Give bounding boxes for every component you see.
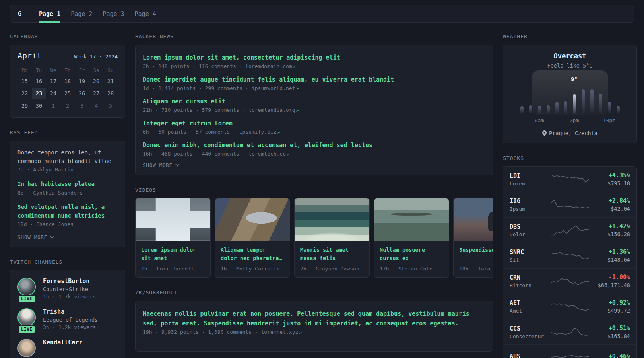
rss-item-title[interactable]: Donec tempor eros leo, ut commodo mauris… [17,148,118,165]
video-title: Lorem ipsum dolor sit amet consectetu… [141,246,205,263]
peak-temp-label: 9° [571,76,578,82]
weekday-label: Th [60,66,75,75]
stock-ticker: AET [510,300,551,307]
left-column: CALENDAR April Week 17 · 2024 Mo Tu We T… [10,23,125,358]
twitch-channel-row[interactable]: KendallCarr [17,339,118,357]
video-meta: 18h · Tara [459,266,493,272]
calendar-day: 24 [46,88,60,99]
hn-story: Donec enim nibh, condimentum et accumsan… [143,140,485,157]
video-meta: 7h · Grayson Dawson [300,266,364,272]
hn-story-title[interactable]: Integer eget rutrum lorem [143,119,485,128]
rss-item-meta: 8d · Cynthia Saunders [17,190,118,196]
hn-story: Donec imperdiet augue tincidunt felis al… [143,75,485,91]
video-card[interactable]: Mauris sit amet massa felis 7h · Grayson… [294,198,370,278]
temp-bar [608,102,611,114]
hn-story-meta: 21h · 710 points · 579 comments · loreml… [143,107,485,113]
stock-name: Consectetur [510,333,551,339]
calendar-day: 26 [75,88,89,99]
hn-show-more-button[interactable]: SHOW MORE [143,162,485,168]
stock-row[interactable]: AHS +0.46% [503,344,636,358]
top-nav: G Page 1 Page 2 Page 3 Page 4 [10,5,634,23]
subreddit-section-title: /R/SUBREDDIT [135,290,493,296]
video-card[interactable]: Suspendisse diam 18h · Tara [453,198,493,278]
external-link-icon[interactable]: ↗ [293,64,296,69]
video-card[interactable]: Lorem ipsum dolor sit amet consectetu… 1… [135,198,211,278]
avatar [17,339,36,357]
channel-game: Counter-Strike [43,286,96,292]
stock-row[interactable]: DBS Dolor +1.42% $156.28 [503,217,636,243]
rss-show-more-button[interactable]: SHOW MORE [17,234,118,240]
weather-card: Overcast Feels like 5°C 9° [503,45,637,143]
stock-row[interactable]: IIG Ipsum +2.84% $42.04 [503,192,636,217]
stock-name: Dolor [510,232,551,237]
stock-ticker: LDI [510,172,551,179]
hn-story-title[interactable]: Donec imperdiet augue tincidunt felis al… [143,75,485,84]
temp-bar [617,106,620,114]
temp-bar [582,89,585,114]
stock-row[interactable]: AET Amet +0.92% $499.72 [503,294,636,319]
calendar-day-outside: 2 [60,100,75,112]
hn-story-title[interactable]: Aliquam nec cursus elit [143,97,485,106]
stock-row[interactable]: CCS Consectetur +0.51% $165.84 [503,319,636,344]
video-title: Mauris sit amet massa felis [300,246,364,263]
stock-name: Amet [510,308,551,314]
calendar-card: April Week 17 · 2024 Mo Tu We Th Fr Sa S… [10,45,125,118]
weekday-label: We [46,66,60,75]
rss-card: Donec tempor eros leo, ut commodo mauris… [10,141,125,247]
video-title: Nullam posuere cursus ex [380,246,443,263]
stock-change: +0.92% [589,299,630,306]
rss-item-meta: 12d · Chance Jones [17,221,118,227]
calendar-day: 19 [75,75,89,87]
sparkline [551,325,589,339]
calendar-day: 18 [60,75,75,87]
video-thumbnail [295,198,369,241]
video-card[interactable]: Aliquam tempor dolor nec pharetra… 1h · … [215,198,290,278]
tab-page-3[interactable]: Page 3 [103,5,124,22]
stock-price: $165.84 [589,333,630,339]
stock-name: Bitcorn [510,282,551,288]
video-meta: 1h · Molly Carrillo [221,266,284,272]
external-link-icon[interactable]: ↗ [277,129,280,135]
weather-feels-like: Feels like 5°C [510,62,629,69]
temp-bar [520,106,524,114]
subreddit-post-title[interactable]: Maecenas mollis pulvinar erat non posuer… [143,309,485,328]
rss-item-title[interactable]: Sed volutpat nulla nisl, a condimentum n… [17,203,118,220]
video-card[interactable]: Nullam posuere cursus ex 17h · Stefan Co… [374,198,449,278]
hn-story-meta: 3h · 148 points · 116 comments · loremdo… [143,63,485,69]
stock-ticker: CRN [510,274,551,281]
channel-meta: 1h · 1.7k viewers [43,294,96,300]
time-label: 10pm [603,117,615,123]
twitch-channel-row[interactable]: LIVE Trisha League of Legends 3h · 1.2k … [17,308,118,330]
stock-ticker: AHS [510,353,551,358]
external-link-icon[interactable]: ↗ [296,107,299,113]
tab-page-1[interactable]: Page 1 [39,5,60,22]
stock-price: $156.28 [589,231,630,237]
show-more-label: SHOW MORE [143,162,173,168]
stock-price: $499.72 [589,307,630,314]
sparkline [551,198,589,212]
channel-name: Trisha [43,308,98,315]
stock-price: $66,171.48 [589,282,630,288]
stock-row[interactable]: SNRC Sit +1.36% $148.64 [503,243,636,268]
rss-item: In hac habitasse platea 8d · Cynthia Sau… [17,180,118,196]
sparkline [551,249,589,263]
video-title: Aliquam tempor dolor nec pharetra… [221,246,284,263]
calendar-day: 29 [17,100,32,112]
weather-location: Prague, Czechia [549,130,597,136]
stock-row[interactable]: LDI Lorem +4.35% $795.18 [503,167,636,192]
tab-page-4[interactable]: Page 4 [135,5,156,22]
external-link-icon[interactable]: ↗ [287,151,289,157]
external-link-icon[interactable]: ↗ [299,329,302,335]
hn-story-title[interactable]: Lorem ipsum dolor sit amet, consectetur … [143,53,485,62]
temp-bar-highlighted [573,94,576,114]
app-logo[interactable]: G [10,5,29,22]
channel-name: ForrestBurton [43,278,96,285]
rss-item-title[interactable]: In hac habitasse platea [17,180,118,189]
stock-row[interactable]: CRN Bitcorn -1.00% $66,171.48 [503,268,636,294]
tab-page-2[interactable]: Page 2 [71,5,92,22]
external-link-icon[interactable]: ↗ [296,86,299,91]
hn-story-title[interactable]: Donec enim nibh, condimentum et accumsan… [143,140,485,150]
twitch-channel-row[interactable]: LIVE ForrestBurton Counter-Strike 1h · 1… [17,278,118,300]
hn-story-meta: 16h · 468 points · 440 comments · loremt… [143,151,485,157]
tab-label: Page 2 [71,10,92,18]
